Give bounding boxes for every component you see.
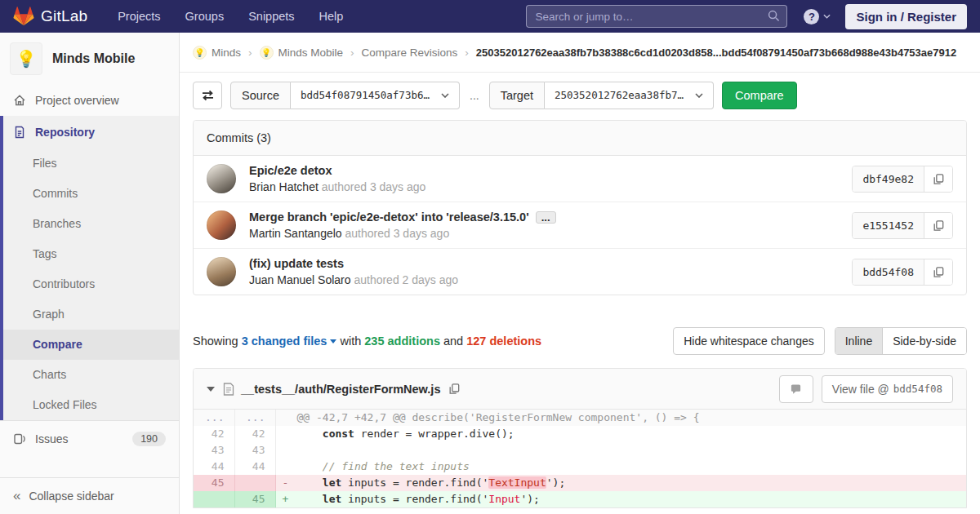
new-line-number[interactable]: 42 [234, 426, 275, 442]
breadcrumb-avatar: 💡 [260, 46, 274, 60]
project-context-header[interactable]: 💡 Minds Mobile [0, 33, 179, 85]
old-line-number[interactable]: 42 [194, 426, 234, 442]
commit-author-link[interactable]: Martin Santangelo [249, 227, 342, 240]
old-line-number[interactable]: 43 [194, 442, 234, 459]
commit-sha-group: e1551452 [852, 212, 953, 239]
diff-line-sign [283, 459, 297, 475]
caret-down-icon [330, 339, 336, 343]
target-ref-dropdown[interactable]: 250352012762eaa38fb7… [545, 82, 714, 109]
hide-whitespace-button[interactable]: Hide whitespace changes [673, 327, 825, 355]
target-label: Target [489, 82, 545, 109]
diff-line-code [275, 442, 966, 459]
breadcrumb-item[interactable]: Compare Revisions [362, 47, 458, 59]
sidebar-item-files[interactable]: Files [3, 148, 179, 179]
nav-item-snippets[interactable]: Snippets [238, 5, 305, 28]
copy-file-path-button[interactable] [448, 383, 460, 395]
sidebar-item-locked-files[interactable]: Locked Files [3, 390, 179, 420]
sidebar-item-repository[interactable]: Repository [3, 116, 179, 148]
new-line-number[interactable]: 44 [234, 459, 275, 475]
commit-title-link[interactable]: Merge branch 'epic/e2e-detox' into 'rele… [249, 210, 529, 224]
view-file-button[interactable]: View file @ bdd54f08 [822, 375, 953, 403]
compare-button[interactable]: Compare [722, 82, 797, 109]
commit-row: (fix) update testsJuan Manuel Solaro aut… [194, 249, 966, 295]
sidebar-item-compare[interactable]: Compare [3, 330, 179, 360]
commit-title-link[interactable]: (fix) update tests [249, 257, 344, 270]
showing-text: Showing [193, 335, 238, 348]
target-ref-value: 250352012762eaa38fb7… [555, 89, 684, 101]
commit-row: Merge branch 'epic/e2e-detox' into 'rele… [194, 202, 966, 249]
old-line-number[interactable]: 45 [194, 475, 234, 491]
sidebar-item-issues[interactable]: Issues 190 [0, 421, 179, 457]
sidebar-item-charts[interactable]: Charts [3, 360, 179, 390]
nav-item-help[interactable]: Help [309, 5, 354, 28]
avatar[interactable] [207, 164, 236, 193]
commits-header: Commits (3) [194, 121, 966, 156]
changed-files-dropdown[interactable]: 3 changed files [242, 335, 337, 348]
breadcrumb: 💡Minds›💡Minds Mobile›Compare Revisions› … [180, 33, 980, 73]
breadcrumb-item[interactable]: 💡Minds Mobile [260, 46, 344, 60]
sign-in-button[interactable]: Sign in / Register [845, 4, 967, 29]
sidebar-item-graph[interactable]: Graph [3, 299, 179, 330]
copy-commit-sha-button[interactable] [924, 213, 952, 238]
sidebar-item-project-overview[interactable]: Project overview [0, 85, 179, 116]
avatar[interactable] [207, 210, 236, 240]
search-icon[interactable] [768, 10, 780, 22]
new-line-number[interactable] [234, 475, 275, 491]
diff-line-sign [283, 410, 297, 426]
old-line-number[interactable] [194, 491, 234, 507]
code-token: '); [546, 476, 565, 489]
commit-info: Merge branch 'epic/e2e-detox' into 'rele… [249, 210, 556, 240]
commit-author-link[interactable]: Brian Hatchet [249, 180, 318, 193]
sidebar-item-commits[interactable]: Commits [3, 179, 179, 209]
help-menu[interactable]: ? [804, 9, 831, 24]
code-token: '); [520, 493, 539, 505]
commit-description-expander-button[interactable]: ... [536, 211, 556, 224]
collapse-sidebar-button[interactable]: « Collapse sidebar [0, 477, 179, 514]
diff-file-path[interactable]: __tests__/auth/RegisterFormNew.js [241, 383, 440, 396]
commit-authored-time: authored 3 days ago [342, 227, 450, 240]
avatar[interactable] [207, 257, 236, 286]
diff-table-body: ...... @@ -42,7 +42,7 @@ describe('Regis… [194, 410, 966, 507]
nav-item-projects[interactable]: Projects [107, 5, 171, 28]
copy-commit-sha-button[interactable] [924, 166, 952, 192]
nav-item-groups[interactable]: Groups [175, 5, 235, 28]
commit-row: Epic/e2e detoxBrian Hatchet authored 3 d… [194, 156, 966, 202]
diff-line-code: @@ -42,7 +42,7 @@ describe('RegisterForm… [275, 410, 966, 426]
old-line-number[interactable]: 44 [194, 459, 234, 475]
home-icon [13, 94, 26, 107]
breadcrumb-item[interactable]: 💡Minds [193, 46, 241, 60]
collapse-diff-caret-icon[interactable] [207, 387, 215, 392]
breadcrumb-separator-icon: › [465, 47, 469, 59]
old-line-number[interactable]: ... [194, 410, 234, 426]
code-token: @@ -42,7 +42,7 @@ describe('RegisterForm… [297, 411, 700, 423]
source-ref-dropdown[interactable]: bdd54f08791450af73b6… [291, 82, 460, 109]
toggle-comments-button[interactable] [779, 375, 813, 403]
new-line-number[interactable]: 43 [234, 442, 275, 459]
swap-revisions-button[interactable] [193, 82, 222, 109]
source-ref-value: bdd54f08791450af73b6… [301, 89, 430, 101]
gitlab-compare-page: { "navbar": { "logo_text": "GitLab", "me… [0, 0, 980, 514]
commit-title-link[interactable]: Epic/e2e detox [249, 164, 332, 177]
sidebar-item-contributors[interactable]: Contributors [3, 269, 179, 299]
inline-view-button[interactable]: Inline [835, 328, 883, 354]
with-text: with [340, 335, 361, 348]
diff-line-sign: - [283, 475, 297, 491]
copy-icon [448, 383, 460, 395]
new-line-number[interactable]: ... [234, 410, 275, 426]
breadcrumb-label: Minds [212, 47, 241, 59]
side-by-side-view-button[interactable]: Side-by-side [883, 328, 966, 354]
source-ref-group: Source bdd54f08791450af73b6… [230, 82, 460, 109]
navbar: GitLab ProjectsGroupsSnippetsHelp ? Sign… [0, 0, 980, 33]
search-input[interactable] [526, 5, 787, 28]
sidebar-item-branches[interactable]: Branches [3, 209, 179, 239]
and-text: and [443, 335, 463, 348]
copy-commit-sha-button[interactable] [924, 259, 952, 285]
gitlab-logo[interactable]: GitLab [13, 7, 87, 26]
diff-line-match: ...... @@ -42,7 +42,7 @@ describe('Regis… [194, 410, 966, 426]
commit-meta: Martin Santangelo authored 3 days ago [249, 227, 556, 240]
sidebar-item-label: Project overview [35, 94, 119, 107]
sidebar-item-tags[interactable]: Tags [3, 239, 179, 269]
new-line-number[interactable]: 45 [234, 491, 275, 507]
commit-author-link[interactable]: Juan Manuel Solaro [249, 273, 351, 286]
view-file-sha: bdd54f08 [893, 383, 942, 395]
